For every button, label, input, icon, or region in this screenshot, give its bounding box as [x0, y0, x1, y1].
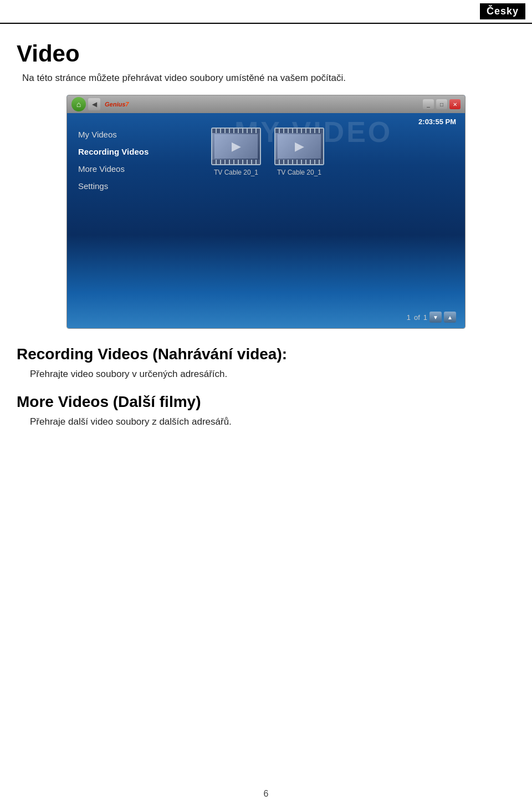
app-screenshot: ⌂ ◀ Genius7 _ □ ✕ 2:03:55 PM MY VIDEO My	[66, 95, 466, 329]
nav-recording-videos[interactable]: Recording Videos	[78, 146, 149, 157]
app-window: ⌂ ◀ Genius7 _ □ ✕ 2:03:55 PM MY VIDEO My	[67, 95, 465, 328]
nav-my-videos[interactable]: My Videos	[78, 129, 149, 140]
footer-page-number: 6	[264, 789, 269, 799]
thumb-inner-1: ▶	[214, 134, 258, 159]
thumb-label-1: TV Cable 20_1	[214, 169, 258, 176]
maximize-button[interactable]: □	[436, 99, 447, 109]
thumb-inner-2: ▶	[278, 134, 321, 159]
thumb-box-2: ▶	[274, 128, 324, 165]
home-button[interactable]: ⌂	[71, 97, 86, 111]
thumbnails-area: ▶ TV Cable 20_1 ▶ TV Cable 20_1	[211, 128, 324, 176]
minimize-button[interactable]: _	[423, 99, 434, 109]
page-up-button[interactable]: ▲	[444, 312, 456, 323]
section-1-heading: Recording Videos (Nahrávání videa):	[17, 345, 515, 363]
back-button[interactable]: ◀	[88, 98, 100, 110]
thumbnail-2[interactable]: ▶ TV Cable 20_1	[274, 128, 324, 176]
page-title: Video	[17, 40, 515, 67]
page-down-button[interactable]: ▼	[429, 312, 442, 323]
thumbnail-1[interactable]: ▶ TV Cable 20_1	[211, 128, 261, 176]
top-bar: Česky	[0, 0, 532, 24]
genius-logo: Genius7	[105, 101, 129, 108]
section-2-desc: Přehraje další video soubory z dalších a…	[30, 416, 515, 427]
nav-settings[interactable]: Settings	[78, 180, 149, 192]
title-bar-right: _ □ ✕	[423, 99, 461, 109]
language-badge[interactable]: Česky	[480, 3, 525, 19]
nav-more-videos[interactable]: More Videos	[78, 163, 149, 175]
play-icon-1: ▶	[232, 139, 241, 154]
close-button[interactable]: ✕	[449, 99, 461, 109]
main-content: Video Na této stránce můžete přehrávat v…	[0, 40, 532, 427]
of-label: of	[414, 313, 420, 322]
intro-text: Na této stránce můžete přehrávat video s…	[22, 73, 515, 84]
play-icon-2: ▶	[295, 139, 304, 154]
current-page: 1	[407, 313, 411, 322]
time-display: 2:03:55 PM	[418, 118, 456, 126]
thumb-box-1: ▶	[211, 128, 261, 165]
thumb-label-2: TV Cable 20_1	[277, 169, 321, 176]
section-1-desc: Přehrajte video soubory v určených adres…	[30, 369, 515, 380]
section-2-heading: More Videos (Další filmy)	[17, 393, 515, 411]
title-bar: ⌂ ◀ Genius7 _ □ ✕	[67, 95, 465, 113]
title-bar-left: ⌂ ◀ Genius7	[71, 97, 129, 111]
total-pages: 1	[423, 313, 427, 322]
pagination-bar: 1 of 1 ▼ ▲	[407, 312, 456, 323]
left-nav: My Videos Recording Videos More Videos S…	[78, 129, 149, 192]
